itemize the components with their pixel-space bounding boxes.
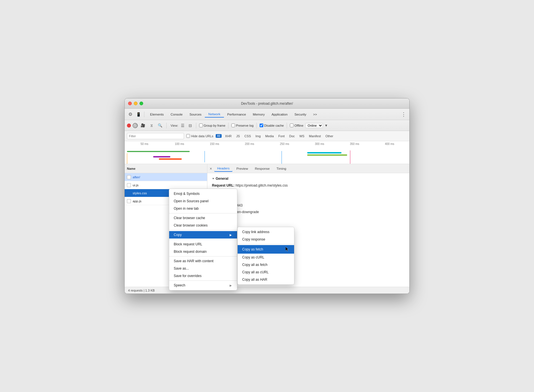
minimize-button[interactable]	[134, 102, 137, 105]
window-title: DevTools - preload.glitch.me/after/	[241, 102, 293, 106]
menu-copy[interactable]: Copy ▶	[169, 231, 237, 239]
filter-manifest[interactable]: Manifest	[308, 134, 322, 138]
filter-input[interactable]	[127, 133, 184, 139]
more-options-icon[interactable]: ⋮	[400, 111, 407, 118]
traffic-lights	[128, 102, 143, 105]
menu-speech[interactable]: Speech ▶	[169, 282, 237, 289]
file-icon	[127, 183, 131, 187]
timeline-bars	[125, 148, 409, 164]
filter-js[interactable]: JS	[235, 134, 241, 138]
tab-headers[interactable]: Headers	[214, 165, 232, 172]
devtools-icon[interactable]: ⚙	[127, 111, 134, 118]
close-button[interactable]	[128, 102, 132, 105]
menu-divider-2	[169, 230, 237, 230]
menu-divider-5	[169, 280, 237, 281]
tab-sources[interactable]: Sources	[186, 112, 205, 117]
menu-save-har[interactable]: Save as HAR with content	[169, 257, 237, 265]
submenu-arrow-icon: ▶	[230, 233, 232, 237]
submenu-copy-all-har[interactable]: Copy all as HAR	[238, 276, 294, 283]
file-icon	[127, 199, 131, 203]
filter-xhr[interactable]: XHR	[224, 134, 233, 138]
general-section-title: General	[212, 177, 405, 181]
group-by-frame-checkbox[interactable]: Group by frame	[199, 124, 225, 127]
tab-application[interactable]: Application	[268, 112, 291, 117]
device-toolbar-icon[interactable]: 📱	[135, 111, 142, 118]
tab-preview[interactable]: Preview	[234, 166, 251, 171]
status-bar: 4 requests | 1.3 KB	[125, 287, 409, 294]
tab-elements[interactable]: Elements	[147, 112, 167, 117]
menu-open-new-tab[interactable]: Open in new tab	[169, 205, 237, 212]
submenu-copy-all-curl[interactable]: Copy all as cURL	[238, 268, 294, 276]
request-url-row: Request URL: https://preload.glitch.me/s…	[212, 183, 405, 188]
method-row: od: GET	[212, 189, 405, 195]
headers-tabs: × Headers Preview Response Timing	[207, 164, 409, 173]
tab-performance[interactable]: Performance	[224, 112, 250, 117]
throttle-select[interactable]: Online	[305, 123, 323, 128]
menu-open-sources[interactable]: Open in Sources panel	[169, 197, 237, 205]
filter-css[interactable]: CSS	[243, 134, 252, 138]
submenu-copy-link[interactable]: Copy link address	[238, 228, 294, 236]
camera-icon[interactable]: 🎥	[139, 122, 146, 129]
timeline-label-4: 250 ms	[267, 142, 302, 146]
filter-ws[interactable]: WS	[298, 134, 306, 138]
tab-response[interactable]: Response	[252, 166, 273, 171]
file-icon	[127, 175, 131, 179]
filter-img[interactable]: Img	[254, 134, 262, 138]
record-icon[interactable]	[127, 124, 131, 128]
clear-icon[interactable]: ⊘	[133, 123, 138, 128]
menu-clear-cache[interactable]: Clear browser cache	[169, 214, 237, 222]
timeline-label-5: 300 ms	[302, 142, 337, 146]
address-row: ss: 52.7.166.25:443	[212, 203, 405, 208]
submenu-copy-all-fetch[interactable]: Copy all as fetch	[238, 261, 294, 268]
offline-checkbox[interactable]: Offline	[290, 124, 304, 127]
filter-doc[interactable]: Doc	[288, 134, 296, 138]
menu-emoji-symbols[interactable]: Emoji & Symbols	[169, 190, 237, 197]
context-menu: Emoji & Symbols Open in Sources panel Op…	[169, 189, 237, 290]
menu-divider-4	[169, 256, 237, 256]
close-panel-icon[interactable]: ×	[210, 166, 212, 171]
list-view-icon[interactable]: ☰	[180, 123, 186, 128]
submenu-copy-fetch[interactable]: Copy as fetch	[238, 245, 294, 254]
tab-more[interactable]: >>	[310, 112, 320, 117]
file-icon	[127, 191, 131, 195]
tab-security[interactable]: Security	[291, 112, 310, 117]
view-label: View:	[171, 124, 178, 127]
disable-cache-checkbox[interactable]: Disable cache	[260, 124, 284, 127]
tab-console[interactable]: Console	[167, 112, 186, 117]
maximize-button[interactable]	[139, 102, 143, 105]
menu-block-domain[interactable]: Block request domain	[169, 248, 237, 255]
tab-timing[interactable]: Timing	[274, 166, 289, 171]
copy-submenu: Copy link address Copy response Copy as …	[237, 227, 294, 285]
filter-all[interactable]: All	[216, 134, 222, 138]
submenu-copy-response[interactable]: Copy response	[238, 236, 294, 243]
filter-other[interactable]: Other	[324, 134, 335, 138]
hide-data-urls-checkbox[interactable]: Hide data URLs	[186, 134, 213, 138]
file-list-header: Name	[125, 164, 207, 173]
filter-bar: Hide data URLs All XHR JS CSS Img Media …	[125, 131, 409, 141]
tab-memory[interactable]: Memory	[249, 112, 268, 117]
menu-block-url[interactable]: Block request URL	[169, 241, 237, 248]
filter-icon[interactable]: ⧖	[148, 122, 155, 129]
status-row: 200	[212, 196, 405, 201]
menu-divider-3	[169, 239, 237, 240]
status-text: 4 requests | 1.3 KB	[128, 289, 155, 292]
file-item-after[interactable]: after/	[125, 173, 207, 181]
file-item-uijs[interactable]: ui.js	[125, 181, 207, 189]
referrer-row: r: no-referrer-when-downgrade	[212, 209, 405, 215]
tab-network[interactable]: Network	[205, 111, 224, 118]
timeline-label-6: 350 ms	[337, 142, 372, 146]
filter-font[interactable]: Font	[277, 134, 286, 138]
preserve-log-checkbox[interactable]: Preserve log	[231, 124, 254, 127]
menu-save-as[interactable]: Save as...	[169, 265, 237, 272]
network-timeline: 50 ms 100 ms 150 ms 200 ms 250 ms 300 ms…	[125, 141, 409, 164]
menu-save-overrides[interactable]: Save for overrides	[169, 272, 237, 280]
search-icon[interactable]: 🔍	[157, 122, 163, 129]
title-bar: DevTools - preload.glitch.me/after/	[125, 98, 409, 109]
mouse-cursor-icon	[286, 247, 289, 252]
devtools-window: DevTools - preload.glitch.me/after/ ⚙ 📱 …	[124, 98, 410, 294]
timeline-label-7: 400 ms	[372, 142, 407, 146]
menu-clear-cookies[interactable]: Clear browser cookies	[169, 222, 237, 229]
filter-media[interactable]: Media	[264, 134, 275, 138]
split-view-icon[interactable]: ⊟	[187, 123, 193, 128]
submenu-copy-curl[interactable]: Copy as cURL	[238, 254, 294, 261]
